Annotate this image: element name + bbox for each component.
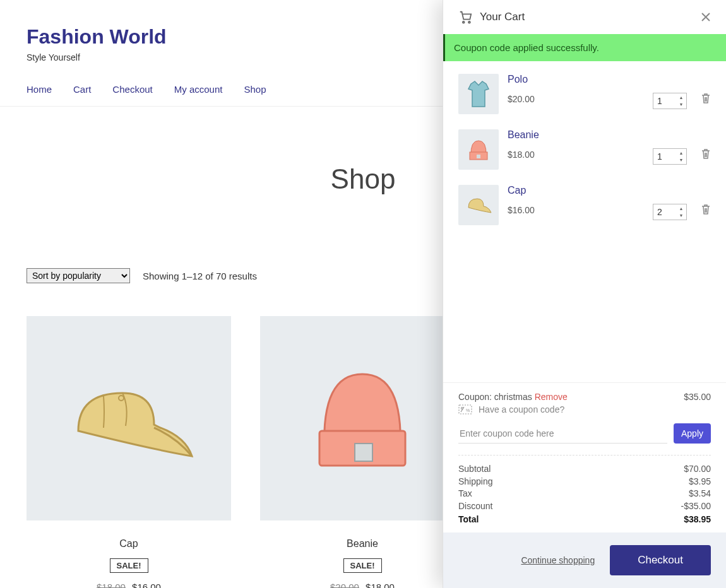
item-price: $20.00: [508, 94, 644, 104]
qty-up[interactable]: ▲: [677, 205, 686, 212]
subtotal-value: $70.00: [684, 463, 711, 476]
qty-down[interactable]: ▼: [677, 156, 686, 163]
product-image: [260, 316, 465, 520]
item-name[interactable]: Polo: [508, 74, 644, 85]
remove-item-button[interactable]: [701, 204, 711, 215]
svg-text:%: %: [466, 408, 470, 413]
item-thumb: [458, 185, 499, 225]
result-count: Showing 1–12 of 70 results: [143, 271, 257, 281]
qty-down[interactable]: ▼: [677, 101, 686, 108]
cap-icon: [465, 195, 492, 215]
product-old-price: $20.00: [330, 582, 359, 588]
product-price: $18.00: [366, 582, 395, 588]
nav-home[interactable]: Home: [27, 84, 52, 95]
svg-rect-2: [355, 444, 372, 461]
sale-badge: SALE!: [110, 558, 148, 573]
coupon-amount: $35.00: [684, 392, 711, 402]
product-card-beanie[interactable]: Beanie SALE! $20.00 $18.00: [260, 316, 465, 588]
success-banner: Coupon code applied successfully.: [443, 34, 726, 61]
product-card-cap[interactable]: Cap SALE! $18.00 $16.00: [27, 316, 231, 588]
coupon-label: Coupon: christmas: [458, 392, 532, 402]
cart-item: Cap $16.00 2 ▲▼: [458, 185, 711, 225]
qty-down[interactable]: ▼: [677, 212, 686, 219]
remove-item-button[interactable]: [701, 148, 711, 160]
cart-icon: [458, 10, 472, 24]
svg-point-4: [468, 21, 470, 23]
qty-up[interactable]: ▲: [677, 150, 686, 156]
product-name: Cap: [27, 538, 231, 550]
product-image: [27, 316, 231, 520]
svg-point-3: [463, 21, 465, 23]
coupon-prompt[interactable]: Have a coupon code?: [479, 404, 564, 415]
trash-icon: [701, 148, 711, 160]
beanie-icon: [306, 355, 419, 481]
item-price: $16.00: [508, 205, 644, 215]
item-thumb: [458, 74, 499, 114]
nav-account[interactable]: My account: [174, 84, 223, 95]
total-value: $38.95: [684, 514, 711, 526]
nav-checkout[interactable]: Checkout: [112, 84, 152, 95]
remove-item-button[interactable]: [701, 93, 711, 104]
cart-items: Polo $20.00 1 ▲▼ Beanie $18.00: [443, 61, 726, 240]
beanie-icon: [467, 137, 490, 162]
tax-value: $3.54: [689, 488, 711, 500]
nav-cart[interactable]: Cart: [73, 84, 91, 95]
qty-input[interactable]: 1 ▲▼: [653, 148, 687, 165]
shipping-value: $3.95: [689, 476, 711, 488]
cart-item: Polo $20.00 1 ▲▼: [458, 74, 711, 114]
close-button[interactable]: [701, 12, 711, 22]
apply-coupon-button[interactable]: Apply: [674, 423, 711, 444]
checkout-button[interactable]: Checkout: [610, 545, 711, 575]
total-label: Total: [458, 514, 479, 526]
coupon-icon: %: [458, 404, 472, 415]
item-thumb: [458, 129, 499, 170]
cart-item: Beanie $18.00 1 ▲▼: [458, 129, 711, 170]
product-price: $16.00: [132, 582, 161, 588]
item-name[interactable]: Cap: [508, 185, 644, 196]
discount-value: -$35.00: [681, 500, 711, 513]
item-price: $18.00: [508, 150, 644, 160]
polo-icon: [466, 80, 491, 108]
continue-shopping-link[interactable]: Continue shopping: [521, 555, 595, 565]
item-name[interactable]: Beanie: [508, 129, 644, 141]
cart-title: Your Cart: [480, 11, 525, 23]
trash-icon: [701, 204, 711, 215]
cap-icon: [59, 368, 198, 469]
remove-coupon-link[interactable]: Remove: [535, 392, 568, 402]
shipping-label: Shipping: [458, 476, 493, 488]
sort-select[interactable]: Sort by popularity: [27, 268, 130, 283]
product-old-price: $18.00: [97, 582, 126, 588]
qty-input[interactable]: 2 ▲▼: [653, 204, 687, 220]
close-icon: [701, 12, 711, 22]
svg-rect-6: [477, 155, 480, 158]
product-name: Beanie: [260, 538, 465, 550]
subtotal-label: Subtotal: [458, 463, 491, 476]
qty-input[interactable]: 1 ▲▼: [653, 93, 687, 109]
qty-up[interactable]: ▲: [677, 94, 686, 101]
coupon-input[interactable]: [458, 423, 667, 444]
sale-badge: SALE!: [343, 558, 382, 573]
cart-summary: Coupon: christmas Remove $35.00 % Have a…: [443, 382, 726, 532]
trash-icon: [701, 93, 711, 104]
nav-shop[interactable]: Shop: [244, 84, 266, 95]
tax-label: Tax: [458, 488, 472, 500]
discount-label: Discount: [458, 500, 492, 513]
cart-drawer: Your Cart Coupon code applied successful…: [443, 0, 726, 588]
